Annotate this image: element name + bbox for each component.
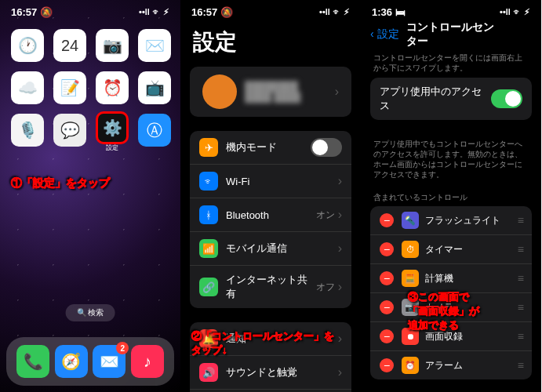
status-bar: 16:57 🔕 ••ll ᯤ ⚡︎ bbox=[0, 0, 180, 21]
avatar bbox=[202, 74, 237, 109]
description: アプリ使用中でもコントロールセンターへのアクセスを許可します。無効のときは、ホー… bbox=[361, 134, 541, 184]
status-icons: ••ll ᯤ ⚡︎ bbox=[139, 7, 169, 17]
settings-row[interactable]: 🔗インターネット共有オフ› bbox=[190, 266, 351, 308]
toggle-switch[interactable] bbox=[491, 89, 522, 108]
app-icon[interactable]: 🕐 bbox=[11, 29, 44, 62]
control-center-screen: 1:36 🛏 ••ll ᯤ ⚡︎ ‹ 設定 コントロールセンター コントロールセ… bbox=[361, 0, 541, 392]
chevron-icon: › bbox=[338, 208, 342, 222]
app-icon[interactable]: ✉️ bbox=[138, 29, 171, 62]
app-icon[interactable]: Ⓐ bbox=[138, 114, 171, 152]
status-time: 1:36 bbox=[372, 6, 392, 18]
status-icons: ••ll ᯤ ⚡︎ bbox=[500, 7, 530, 17]
status-bar: 1:36 🛏 ••ll ᯤ ⚡︎ bbox=[361, 0, 541, 21]
dock-app[interactable]: 🧭 bbox=[55, 345, 88, 378]
back-button[interactable]: ‹ 設定 bbox=[370, 27, 399, 42]
remove-button[interactable]: − bbox=[380, 329, 394, 343]
app-icon[interactable]: ⚙️設定 bbox=[96, 114, 129, 152]
remove-button[interactable]: − bbox=[380, 271, 394, 285]
control-row[interactable]: −🔦フラッシュライト≡ bbox=[370, 206, 532, 235]
chevron-icon: › bbox=[338, 365, 342, 379]
chevron-icon: › bbox=[338, 241, 342, 256]
search-pill[interactable]: 🔍 検索 bbox=[66, 304, 115, 321]
home-screen: 16:57 🔕 ••ll ᯤ ⚡︎ 🕐24📷✉️☁️📝⏰📺🎙️💬⚙️設定Ⓐ ①「… bbox=[0, 0, 180, 392]
dock-app[interactable]: ♪ bbox=[131, 345, 164, 378]
app-icon[interactable]: 📺 bbox=[138, 71, 171, 104]
chevron-icon: › bbox=[338, 280, 342, 294]
settings-row[interactable]: 🔊サウンドと触覚› bbox=[190, 356, 351, 390]
status-time: 16:57 bbox=[191, 6, 217, 18]
callout-2: ②「コントロールセンター」を タップ↓ bbox=[191, 329, 334, 358]
dock-app[interactable]: ✉️2 bbox=[93, 345, 125, 378]
app-grid: 🕐24📷✉️☁️📝⏰📺🎙️💬⚙️設定Ⓐ bbox=[0, 21, 180, 160]
app-access-row[interactable]: アプリ使用中のアクセス bbox=[370, 78, 532, 120]
control-icon: ⏱ bbox=[402, 241, 419, 258]
nav-bar: ‹ 設定 コントロールセンター bbox=[361, 21, 541, 48]
control-row[interactable]: −⏰アラーム≡ bbox=[370, 351, 532, 379]
row-icon: 🔗 bbox=[199, 278, 218, 296]
control-icon: 🔦 bbox=[402, 212, 419, 229]
app-icon[interactable]: 💬 bbox=[53, 114, 86, 152]
dock: 📞🧭✉️2♪ bbox=[6, 337, 174, 386]
row-icon: ᯤ bbox=[199, 172, 218, 191]
chevron-icon: › bbox=[338, 174, 342, 188]
settings-title: 設定 bbox=[180, 21, 361, 67]
control-icon: 🧮 bbox=[402, 270, 419, 287]
settings-row[interactable]: ᯤWi-Fi› bbox=[190, 165, 351, 198]
remove-button[interactable]: − bbox=[380, 213, 394, 227]
status-bar: 16:57 🔕 ••ll ᯤ ⚡︎ bbox=[180, 0, 361, 21]
settings-row[interactable]: ✈︎機内モード bbox=[190, 131, 351, 165]
remove-button[interactable]: − bbox=[380, 300, 394, 314]
control-icon: ⏰ bbox=[402, 357, 419, 374]
settings-row[interactable]: 📶モバイル通信› bbox=[190, 232, 351, 266]
apple-id-row[interactable]: ████████████ ████ › bbox=[190, 67, 351, 117]
drag-handle[interactable]: ≡ bbox=[518, 301, 522, 314]
app-icon[interactable]: 📷 bbox=[96, 29, 129, 62]
row-icon: 📶 bbox=[199, 239, 218, 258]
settings-group-connectivity: ✈︎機内モードᯤWi-Fi›ᚼBluetoothオン›📶モバイル通信›🔗インター… bbox=[190, 131, 351, 308]
app-icon[interactable]: ☁️ bbox=[11, 71, 44, 104]
row-icon: ✈︎ bbox=[199, 138, 218, 157]
drag-handle[interactable]: ≡ bbox=[518, 330, 522, 343]
drag-handle[interactable]: ≡ bbox=[518, 359, 522, 372]
app-icon[interactable]: 📝 bbox=[53, 71, 86, 104]
toggle-switch[interactable] bbox=[311, 138, 342, 157]
app-icon[interactable]: 🎙️ bbox=[11, 114, 44, 152]
drag-handle[interactable]: ≡ bbox=[518, 243, 522, 256]
remove-button[interactable]: − bbox=[380, 242, 394, 256]
chevron-icon: › bbox=[335, 85, 339, 99]
app-icon[interactable]: 24 bbox=[53, 29, 86, 62]
status-time: 16:57 bbox=[11, 6, 37, 18]
remove-button[interactable]: − bbox=[380, 358, 394, 372]
app-access-group: アプリ使用中のアクセス bbox=[370, 78, 532, 120]
chevron-icon: › bbox=[338, 332, 342, 346]
app-icon[interactable]: ⏰ bbox=[96, 71, 129, 104]
row-icon: 🔊 bbox=[199, 363, 218, 382]
badge: 2 bbox=[116, 342, 129, 354]
control-row[interactable]: −⏱タイマー≡ bbox=[370, 235, 532, 264]
callout-1: ①「設定」をタップ bbox=[11, 176, 110, 191]
drag-handle[interactable]: ≡ bbox=[518, 272, 522, 285]
settings-row[interactable]: ᚼBluetoothオン› bbox=[190, 198, 351, 232]
drag-handle[interactable]: ≡ bbox=[518, 214, 522, 227]
dock-app[interactable]: 📞 bbox=[16, 345, 49, 378]
nav-title: コントロールセンター bbox=[406, 20, 497, 49]
row-icon: ᚼ bbox=[199, 205, 218, 224]
section-header-included: 含まれているコントロール bbox=[361, 184, 541, 206]
callout-3: ③この画面で 「画面収録」が 追加できる bbox=[408, 290, 479, 332]
settings-screen: 16:57 🔕 ••ll ᯤ ⚡︎ 設定 ████████████ ████ ›… bbox=[180, 0, 361, 392]
status-icons: ••ll ᯤ ⚡︎ bbox=[319, 7, 350, 17]
description: コントロールセンターを開くには画面右上から下にスワイプします。 bbox=[361, 48, 541, 78]
control-row[interactable]: −🧮計算機≡ bbox=[370, 264, 532, 293]
